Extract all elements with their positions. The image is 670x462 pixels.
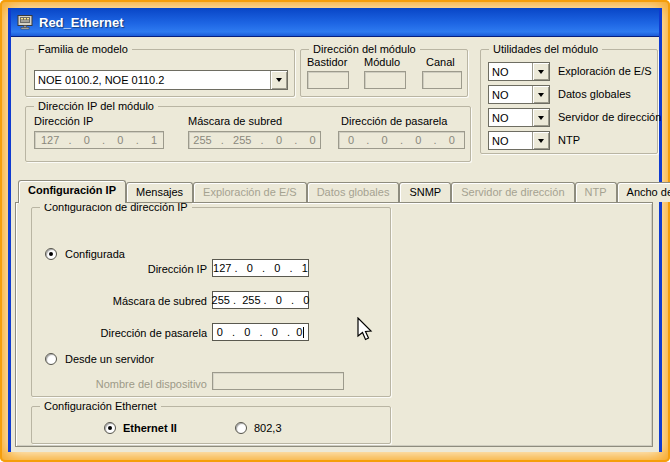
chevron-down-icon xyxy=(538,116,544,120)
module-ip-address-label: Dirección IP xyxy=(34,115,93,127)
ntp-select[interactable]: NO xyxy=(488,131,550,150)
tab-servidor-direccion: Servidor de dirección xyxy=(451,182,574,202)
group-ip-configuration-label: Configuración de dirección IP xyxy=(40,202,192,213)
text-caret xyxy=(303,327,304,338)
configured-radio[interactable] xyxy=(45,248,57,260)
tab-configuracion-ip[interactable]: Configuración IP xyxy=(18,180,126,203)
ntp-dropdown-button[interactable] xyxy=(532,132,549,149)
io-scanning-dropdown-button[interactable] xyxy=(532,63,549,80)
device-name-label: Nombre del dispositivo xyxy=(87,378,207,390)
device-name-field xyxy=(212,372,344,390)
gateway-field[interactable]: 0 . 0 . 0 . 0 xyxy=(212,323,309,341)
tab-mensajes[interactable]: Mensajes xyxy=(126,182,193,202)
ieee-8023-radio-label: 802,3 xyxy=(254,422,282,434)
ieee-8023-radio[interactable] xyxy=(235,422,247,434)
group-ethernet-configuration-label: Configuración Ethernet xyxy=(40,400,161,412)
address-server-label: Servidor de dirección xyxy=(558,111,661,123)
io-scanning-select[interactable]: NO xyxy=(488,62,550,81)
red-ethernet-window: Red_Ethernet Familia de modelo NOE 0100.… xyxy=(8,8,662,452)
group-ip-configuration: Configuración de dirección IP Configurad… xyxy=(31,207,391,397)
group-module-address-label: Dirección del módulo xyxy=(309,43,420,55)
rack-label: Bastidor xyxy=(307,56,347,68)
ethernet-ii-radio[interactable] xyxy=(104,422,116,434)
window-title: Red_Ethernet xyxy=(39,15,124,30)
module-gateway-label: Dirección de pasarela xyxy=(341,115,447,127)
from-server-radio[interactable] xyxy=(45,353,57,365)
global-data-label: Datos globales xyxy=(558,88,631,100)
tab-ntp: NTP xyxy=(575,182,617,202)
title-bar: Red_Ethernet xyxy=(11,8,659,37)
tab-panel-configuracion-ip: Configuración de dirección IP Configurad… xyxy=(15,202,653,447)
rack-field xyxy=(307,71,349,89)
chevron-down-icon xyxy=(538,93,544,97)
global-data-dropdown-button[interactable] xyxy=(532,86,549,103)
tab-strip: Configuración IP Mensajes Exploración de… xyxy=(18,179,670,202)
model-family-dropdown-button[interactable] xyxy=(270,71,287,89)
model-family-select[interactable]: NOE 0100.2, NOE 0110.2 xyxy=(34,70,288,90)
module-label: Módulo xyxy=(364,56,400,68)
group-module-address: Dirección del módulo Bastidor Módulo Can… xyxy=(300,49,468,97)
channel-field xyxy=(422,71,462,89)
network-module-icon xyxy=(17,15,33,30)
group-ethernet-configuration: Configuración Ethernet Ethernet II 802,3 xyxy=(31,406,391,444)
ntp-label: NTP xyxy=(558,134,580,146)
tab-ancho-de-banda[interactable]: Ancho de banda xyxy=(617,182,670,202)
configured-radio-label: Configurada xyxy=(65,248,125,260)
global-data-select[interactable]: NO xyxy=(488,85,550,104)
gateway-label: Dirección de pasarela xyxy=(77,327,207,339)
module-gateway-field: 0 . 0 . 0 . 0 xyxy=(338,131,465,149)
module-ip-address-field: 127 . 0 . 0 . 1 xyxy=(34,131,164,149)
model-family-value: NOE 0100.2, NOE 0110.2 xyxy=(35,74,270,86)
tab-exploracion-es: Exploración de E/S xyxy=(193,182,307,202)
group-module-ip-label: Dirección IP del módulo xyxy=(34,100,158,112)
channel-label: Canal xyxy=(426,56,455,68)
mouse-cursor xyxy=(356,317,374,343)
group-module-ip: Dirección IP del módulo Dirección IP Más… xyxy=(25,106,471,162)
group-module-utilities: Utilidades del módulo NO Exploración de … xyxy=(480,49,658,154)
chevron-down-icon xyxy=(538,139,544,143)
group-model-family-label: Familia de modelo xyxy=(34,43,132,55)
ip-address-label: Dirección IP xyxy=(77,263,207,275)
tab-datos-globales: Datos globales xyxy=(307,182,400,202)
chevron-down-icon xyxy=(276,78,282,82)
subnet-mask-field[interactable]: 255 . 255 . 0 . 0 xyxy=(212,291,309,309)
module-subnet-mask-field: 255 . 255 . 0 . 0 xyxy=(188,131,321,149)
dialog-client-area: Familia de modelo NOE 0100.2, NOE 0110.2… xyxy=(11,37,659,448)
subnet-mask-label: Máscara de subred xyxy=(77,295,207,307)
group-model-family: Familia de modelo NOE 0100.2, NOE 0110.2 xyxy=(25,49,295,97)
chevron-down-icon xyxy=(538,70,544,74)
address-server-dropdown-button[interactable] xyxy=(532,109,549,126)
address-server-select[interactable]: NO xyxy=(488,108,550,127)
tab-snmp[interactable]: SNMP xyxy=(399,182,451,202)
module-field xyxy=(364,71,406,89)
group-module-utilities-label: Utilidades del módulo xyxy=(489,43,602,55)
module-subnet-mask-label: Máscara de subred xyxy=(188,115,282,127)
io-scanning-label: Exploración de E/S xyxy=(558,65,652,77)
ip-address-field[interactable]: 127 . 0 . 0 . 1 xyxy=(212,259,309,277)
ethernet-ii-radio-label: Ethernet II xyxy=(123,422,177,434)
highlight-frame: Red_Ethernet Familia de modelo NOE 0100.… xyxy=(0,0,670,462)
from-server-radio-label: Desde un servidor xyxy=(65,353,154,365)
